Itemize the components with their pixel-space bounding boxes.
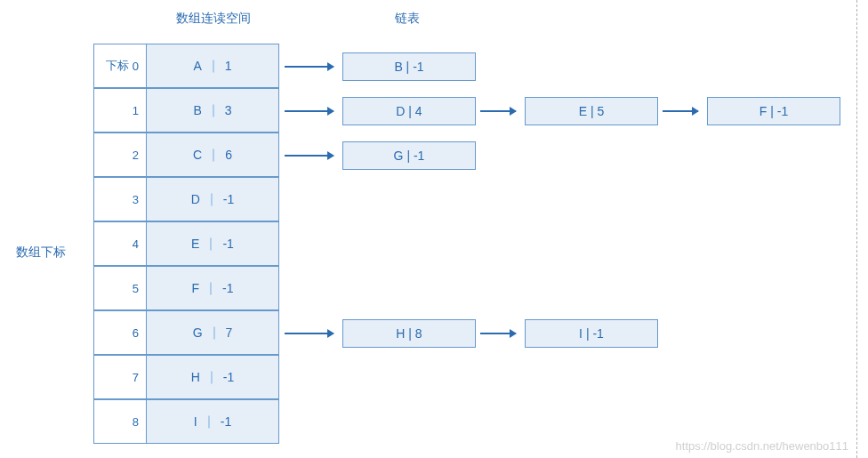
data-cell: H ｜ -1 xyxy=(146,355,279,399)
index-value: 8 xyxy=(133,415,139,429)
index-cell: 8 xyxy=(93,399,147,444)
link-node: H | 8 xyxy=(342,319,476,348)
divider-icon: ｜ xyxy=(205,280,217,296)
cell-key: A xyxy=(193,59,201,73)
dashed-divider xyxy=(856,0,857,458)
cell-val: 3 xyxy=(225,103,232,117)
link-node: B | -1 xyxy=(342,52,476,81)
index-value: 3 xyxy=(133,193,139,206)
index-cell: 下标 0 xyxy=(93,44,147,88)
divider-icon: ｜ xyxy=(207,58,220,74)
divider-icon: ｜ xyxy=(203,414,215,430)
table-row: 下标 0 A ｜ 1 xyxy=(93,44,279,89)
data-cell: F ｜ -1 xyxy=(146,266,279,310)
arrow-icon xyxy=(480,110,516,112)
index-cell: 5 xyxy=(93,266,147,310)
watermark: https://blog.csdn.net/hewenbo111 xyxy=(676,439,848,453)
cell-val: -1 xyxy=(221,414,231,429)
divider-icon: ｜ xyxy=(205,369,218,385)
table-row: 3 D ｜ -1 xyxy=(93,178,279,222)
link-node: D | 4 xyxy=(342,97,476,125)
divider-icon: ｜ xyxy=(205,236,217,252)
index-value: 5 xyxy=(133,282,139,295)
arrow-icon xyxy=(285,66,334,68)
index-value: 1 xyxy=(133,104,139,117)
data-cell: E ｜ -1 xyxy=(146,221,279,266)
header-array-space: 数组连读空间 xyxy=(176,11,251,27)
index-value: 2 xyxy=(133,149,139,162)
arrow-icon xyxy=(285,333,334,334)
index-cell: 7 xyxy=(93,355,147,399)
arrow-icon xyxy=(285,110,334,112)
cell-val: 1 xyxy=(225,59,232,73)
table-row: 8 I ｜ -1 xyxy=(93,400,279,445)
divider-icon: ｜ xyxy=(205,191,218,207)
cell-val: -1 xyxy=(222,281,233,295)
table-row: 2 C ｜ 6 xyxy=(93,133,279,178)
table-row: 6 G ｜ 7 xyxy=(93,311,279,356)
divider-icon: ｜ xyxy=(207,147,220,163)
cell-key: C xyxy=(193,148,202,162)
index-value: 4 xyxy=(133,237,139,251)
index-value: 7 xyxy=(133,371,139,384)
index-value: 0 xyxy=(133,60,139,73)
data-cell: C ｜ 6 xyxy=(146,133,279,177)
cell-key: F xyxy=(191,281,199,295)
link-node: I | -1 xyxy=(525,319,658,348)
cell-key: G xyxy=(193,325,203,340)
table-row: 5 F ｜ -1 xyxy=(93,267,279,311)
side-label-array-index: 数组下标 xyxy=(16,245,66,261)
index-prefix: 下标 xyxy=(106,58,129,74)
table-row: 1 B ｜ 3 xyxy=(93,89,279,133)
data-cell: I ｜ -1 xyxy=(146,399,279,444)
arrow-icon xyxy=(480,333,516,334)
index-cell: 2 xyxy=(93,133,147,177)
index-cell: 1 xyxy=(93,88,147,133)
link-node: E | 5 xyxy=(525,97,658,125)
arrow-icon xyxy=(663,110,698,112)
cell-key: I xyxy=(194,414,197,429)
data-cell: G ｜ 7 xyxy=(146,310,279,355)
cell-val: -1 xyxy=(223,192,234,206)
cell-val: -1 xyxy=(222,237,233,251)
link-node: G | -1 xyxy=(342,141,476,170)
link-node: F | -1 xyxy=(707,97,840,125)
cell-val: -1 xyxy=(223,370,234,384)
data-cell: B ｜ 3 xyxy=(146,88,279,133)
index-value: 6 xyxy=(133,326,139,340)
cell-key: B xyxy=(193,103,201,117)
table-row: 7 H ｜ -1 xyxy=(93,356,279,400)
header-linked-list: 链表 xyxy=(395,11,420,27)
divider-icon: ｜ xyxy=(208,325,221,341)
cell-val: 7 xyxy=(226,325,233,340)
index-cell: 4 xyxy=(93,221,147,266)
data-cell: D ｜ -1 xyxy=(146,177,279,221)
divider-icon: ｜ xyxy=(207,102,220,118)
array-table: 下标 0 A ｜ 1 1 B ｜ 3 2 C ｜ 6 3 xyxy=(93,44,279,445)
cell-key: D xyxy=(191,192,200,206)
data-cell: A ｜ 1 xyxy=(146,44,279,88)
cell-val: 6 xyxy=(225,148,232,162)
arrow-icon xyxy=(285,155,334,157)
index-cell: 3 xyxy=(93,177,147,221)
index-cell: 6 xyxy=(93,310,147,355)
cell-key: E xyxy=(191,237,199,251)
table-row: 4 E ｜ -1 xyxy=(93,222,279,267)
cell-key: H xyxy=(191,370,200,384)
